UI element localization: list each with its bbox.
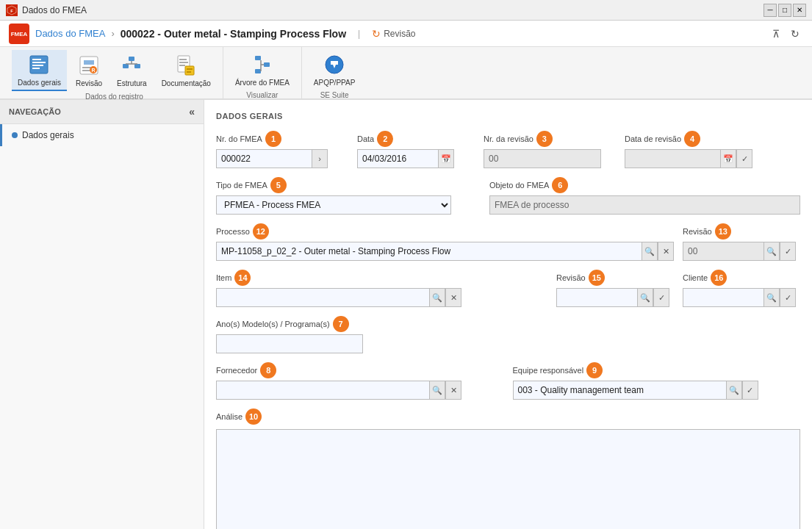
data-revisao-calendar-button[interactable]: 📅 bbox=[720, 149, 736, 168]
data-calendar-button[interactable]: 📅 bbox=[438, 149, 454, 168]
fornecedor-clear-button[interactable]: ✕ bbox=[445, 381, 461, 400]
title-bar-controls: ─ □ ✕ bbox=[764, 4, 806, 17]
toolbar-dados-gerais[interactable]: Dados gerais bbox=[12, 50, 67, 91]
sidebar-header-label: NAVEGAÇÃO bbox=[9, 107, 61, 116]
fornecedor-input[interactable] bbox=[216, 381, 429, 400]
toolbar-group-label-3: SE Suite bbox=[308, 90, 362, 99]
title-bar: F Dados do FMEA ─ □ ✕ bbox=[0, 0, 812, 21]
toolbar-group-items-2: Árvore do FMEA bbox=[229, 50, 295, 90]
item-input[interactable] bbox=[216, 288, 429, 307]
toolbar-arvore[interactable]: Árvore do FMEA bbox=[229, 50, 295, 90]
fornecedor-search-button[interactable]: 🔍 bbox=[429, 381, 445, 400]
cliente-input[interactable] bbox=[683, 288, 764, 307]
svg-rect-27 bbox=[255, 56, 261, 60]
svg-rect-25 bbox=[187, 68, 193, 70]
tipo-fmea-label: Tipo de FMEA bbox=[216, 181, 267, 190]
analise-textarea[interactable] bbox=[216, 429, 800, 529]
field-revisao-proc: Revisão 13 🔍 ✓ bbox=[683, 223, 800, 261]
breadcrumb-bar: FMEA Dados do FMEA › 000022 - Outer meta… bbox=[0, 21, 812, 47]
equipe-check-button[interactable]: ✓ bbox=[742, 381, 758, 400]
field-nr-fmea: Nr. do FMEA 1 › bbox=[216, 131, 348, 168]
processo-label: Processo bbox=[216, 227, 250, 236]
nr-revisao-input[interactable] bbox=[484, 149, 601, 168]
breadcrumb-parent[interactable]: Dados do FMEA bbox=[35, 28, 105, 39]
revisao-proc-label: Revisão bbox=[683, 227, 712, 236]
data-input[interactable] bbox=[357, 149, 438, 168]
data-revisao-check-button[interactable]: ✓ bbox=[736, 149, 752, 168]
badge-15: 15 bbox=[589, 270, 605, 286]
tipo-fmea-select[interactable]: PFMEA - Process FMEA bbox=[216, 195, 451, 215]
close-button[interactable]: ✕ bbox=[793, 4, 806, 17]
revisao-proc-input[interactable] bbox=[683, 242, 764, 261]
app-icon: F bbox=[6, 4, 18, 16]
badge-16: 16 bbox=[711, 270, 727, 286]
objeto-fmea-input[interactable] bbox=[489, 195, 800, 215]
badge-13: 13 bbox=[715, 223, 731, 240]
objeto-fmea-label: Objeto do FMEA bbox=[489, 181, 549, 190]
badge-9: 9 bbox=[586, 362, 603, 378]
toolbar-revisao[interactable]: R Revisão bbox=[70, 51, 108, 90]
anos-input[interactable] bbox=[216, 334, 363, 353]
toolbar-documentacao[interactable]: Documentação bbox=[156, 51, 217, 90]
revisao-item-input-group: 🔍 ✓ bbox=[556, 288, 674, 307]
restore-button[interactable]: □ bbox=[778, 4, 791, 17]
field-objeto-fmea: Objeto do FMEA 6 bbox=[489, 177, 800, 215]
toolbar-estrutura[interactable]: Estrutura bbox=[111, 51, 153, 90]
fornecedor-label: Fornecedor bbox=[216, 366, 257, 375]
toolbar-group-sesuite: APQP/PPAP SE Suite bbox=[302, 47, 367, 98]
badge-12: 12 bbox=[253, 223, 269, 240]
toolbar-group-label-2: Visualizar bbox=[229, 90, 295, 99]
revisao-proc-input-group: 🔍 ✓ bbox=[683, 242, 800, 261]
tipo-fmea-select-group: PFMEA - Process FMEA bbox=[216, 195, 481, 215]
data-revisao-input[interactable] bbox=[625, 149, 720, 168]
documentacao-icon bbox=[174, 54, 198, 77]
breadcrumb-sep: › bbox=[111, 28, 114, 39]
toolbar-apqp[interactable]: APQP/PPAP bbox=[308, 50, 362, 90]
svg-rect-7 bbox=[32, 65, 43, 66]
revisao-item-input[interactable] bbox=[556, 288, 637, 307]
field-equipe: Equipe responsável 9 🔍 ✓ bbox=[513, 362, 801, 400]
breadcrumb-revisao-label: Revisão bbox=[384, 29, 415, 39]
title-bar-text: Dados do FMEA bbox=[22, 5, 87, 15]
svg-text:F: F bbox=[10, 8, 13, 12]
nr-fmea-nav-button[interactable]: › bbox=[312, 149, 328, 168]
cliente-check-button[interactable]: ✓ bbox=[780, 288, 796, 307]
processo-input[interactable] bbox=[216, 242, 642, 261]
pin-button[interactable]: ⊼ bbox=[768, 26, 784, 42]
item-search-button[interactable]: 🔍 bbox=[429, 288, 445, 307]
revisao-item-check-button[interactable]: ✓ bbox=[653, 288, 669, 307]
estrutura-icon bbox=[120, 54, 143, 77]
data-revisao-input-group: 📅 ✓ bbox=[625, 149, 757, 168]
svg-rect-21 bbox=[179, 59, 187, 60]
refresh-button[interactable]: ↻ bbox=[787, 26, 803, 42]
anos-label: Ano(s) Modelo(s) / Programa(s) bbox=[216, 320, 330, 328]
item-input-group: 🔍 ✕ bbox=[216, 288, 547, 307]
apqp-label: APQP/PPAP bbox=[314, 79, 356, 87]
toolbar-group-items-1: Dados gerais R Revisão bbox=[12, 50, 217, 91]
breadcrumb-divider: | bbox=[358, 29, 360, 39]
item-clear-button[interactable]: ✕ bbox=[445, 288, 461, 307]
equipe-input[interactable] bbox=[513, 381, 726, 400]
cliente-input-group: 🔍 ✓ bbox=[683, 288, 800, 307]
sidebar-item-dados-gerais[interactable]: Dados gerais bbox=[0, 124, 204, 146]
revisao-item-label: Revisão bbox=[556, 273, 586, 282]
cliente-search-button[interactable]: 🔍 bbox=[764, 288, 780, 307]
revisao-item-search-button[interactable]: 🔍 bbox=[637, 288, 653, 307]
processo-clear-button[interactable]: ✕ bbox=[658, 242, 674, 261]
revisao-proc-check-button[interactable]: ✓ bbox=[780, 242, 796, 261]
revisao-proc-search-button[interactable]: 🔍 bbox=[764, 242, 780, 261]
content-section-title: DADOS GERAIS bbox=[216, 112, 800, 120]
field-data-revisao: Data de revisão 4 📅 ✓ bbox=[625, 131, 757, 168]
field-item: Item 14 🔍 ✕ bbox=[216, 270, 547, 307]
form-row-6: Fornecedor 8 🔍 ✕ Equipe responsável 9 🔍 bbox=[216, 362, 800, 400]
form-row-3: Processo 12 🔍 ✕ Revisão 13 🔍 ✓ bbox=[216, 223, 800, 261]
equipe-search-button[interactable]: 🔍 bbox=[726, 381, 742, 400]
sidebar-collapse-button[interactable]: « bbox=[189, 106, 195, 118]
nr-fmea-input[interactable] bbox=[216, 149, 312, 168]
documentacao-label: Documentação bbox=[162, 79, 211, 87]
badge-3: 3 bbox=[536, 131, 553, 147]
processo-search-button[interactable]: 🔍 bbox=[642, 242, 658, 261]
minimize-button[interactable]: ─ bbox=[764, 4, 777, 17]
breadcrumb-revisao: ↻ Revisão bbox=[372, 28, 415, 40]
content-area: DADOS GERAIS Nr. do FMEA 1 › Data 2 bbox=[204, 100, 812, 529]
